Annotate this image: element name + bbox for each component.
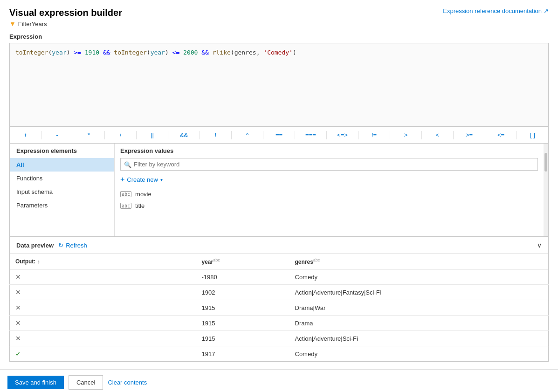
data-preview-header: Data preview ↻ Refresh ∨ — [9, 237, 549, 254]
cell-output-5: ✓ — [10, 346, 196, 362]
sidebar-item-parameters[interactable]: Parameters — [10, 199, 114, 212]
check-icon: ✓ — [15, 350, 21, 358]
refresh-button[interactable]: ↻ Refresh — [58, 242, 87, 249]
refresh-label: Refresh — [66, 242, 87, 249]
op-or[interactable]: || — [137, 130, 168, 140]
x-icon: ✕ — [15, 289, 21, 296]
sidebar-item-functions[interactable]: Functions — [10, 172, 114, 185]
table-header-row: Output: ↕ yearabc genresabc — [10, 254, 549, 269]
list-item-movie[interactable]: abc movie — [120, 188, 538, 200]
table-row: ✕1915Drama — [10, 316, 549, 331]
sidebar-item-input-schema[interactable]: Input schema — [10, 185, 114, 199]
sidebar-item-all[interactable]: All — [10, 158, 114, 172]
filter-input-wrap: 🔍 — [120, 158, 538, 171]
cell-genres-3: Drama — [289, 316, 549, 331]
output-label: Output: — [15, 258, 35, 265]
table-body: ✕-1980Comedy✕1902Action|Adventure|Fantas… — [10, 269, 549, 362]
expr-num-2: 2000 — [183, 49, 198, 56]
genres-type-badge: abc — [313, 258, 320, 262]
op-brackets[interactable]: [ ] — [517, 130, 548, 140]
x-icon: ✕ — [15, 273, 21, 281]
op-lte[interactable]: <= — [485, 130, 517, 140]
create-new-button[interactable]: + Create new ▾ — [120, 175, 163, 184]
op-neq[interactable]: != — [358, 130, 390, 140]
footer: Save and finish Cancel Clear contents — [0, 369, 558, 392]
op-and[interactable]: && — [168, 130, 200, 140]
refresh-icon: ↻ — [58, 242, 63, 249]
header-left: Visual expression builder ▼ FilterYears — [9, 7, 122, 28]
collapse-data-preview-button[interactable]: ∨ — [537, 241, 542, 249]
cell-year-2: 1915 — [196, 300, 289, 316]
expression-values-header: Expression values — [120, 147, 538, 154]
table-row: ✕1915Drama|War — [10, 300, 549, 316]
op-divide[interactable]: / — [105, 130, 136, 140]
op-multiply[interactable]: * — [73, 130, 104, 140]
output-sort-icon[interactable]: ↕ — [37, 259, 40, 264]
op-spaceship[interactable]: <=> — [327, 130, 358, 140]
year-label: year — [202, 259, 214, 265]
filter-keyword-input[interactable] — [120, 158, 538, 171]
expr-fn-3: rlike — [213, 49, 231, 56]
cell-output-0: ✕ — [10, 269, 196, 285]
filter-subtitle: ▼ FilterYears — [9, 20, 122, 28]
cell-year-0: -1980 — [196, 269, 289, 285]
data-preview-left: Data preview ↻ Refresh — [16, 242, 87, 249]
list-item-title[interactable]: abc title — [120, 200, 538, 212]
create-new-plus-icon: + — [120, 175, 124, 184]
op-gte[interactable]: >= — [454, 130, 485, 140]
cell-genres-5: Comedy — [289, 346, 549, 362]
cell-output-3: ✕ — [10, 316, 196, 331]
cell-output-2: ✕ — [10, 300, 196, 316]
x-icon: ✕ — [15, 319, 21, 327]
x-icon: ✕ — [15, 335, 21, 342]
search-icon: 🔍 — [124, 161, 131, 168]
filter-icon: ▼ — [9, 20, 16, 28]
expr-op-2: && — [103, 49, 110, 56]
op-strict-eq[interactable]: === — [295, 130, 326, 140]
op-eq[interactable]: == — [263, 130, 295, 140]
col-header-year: yearabc — [196, 254, 289, 269]
value-label-title: title — [135, 202, 145, 209]
page-title: Visual expression builder — [9, 7, 122, 18]
expr-fn-2: toInteger — [114, 49, 146, 56]
expr-num-1: 1910 — [85, 49, 99, 56]
page-header: Visual expression builder ▼ FilterYears … — [9, 7, 549, 28]
op-xor[interactable]: ^ — [232, 130, 263, 140]
col-header-genres: genresabc — [289, 254, 549, 269]
cell-year-4: 1915 — [196, 331, 289, 346]
data-preview-title: Data preview — [16, 242, 54, 249]
two-panel: Expression elements All Functions Input … — [9, 144, 549, 237]
ext-link-icon: ↗ — [544, 7, 549, 14]
op-not[interactable]: ! — [200, 130, 231, 140]
right-panel-scrollbar[interactable] — [544, 144, 548, 236]
expression-elements-header: Expression elements — [10, 144, 114, 158]
expression-section-label: Expression — [9, 33, 549, 40]
expr-kw-1: year — [52, 49, 66, 56]
op-plus[interactable]: + — [10, 130, 41, 140]
cell-year-1: 1902 — [196, 285, 289, 300]
table-row: ✕-1980Comedy — [10, 269, 549, 285]
cell-year-5: 1917 — [196, 346, 289, 362]
cell-genres-1: Action|Adventure|Fantasy|Sci-Fi — [289, 285, 549, 300]
expression-docs-link[interactable]: Expression reference documentation ↗ — [443, 7, 549, 14]
expr-fn-1: toInteger — [15, 49, 48, 56]
expr-op-4: && — [201, 49, 209, 56]
cancel-button[interactable]: Cancel — [69, 375, 103, 390]
subtitle-text: FilterYears — [18, 21, 47, 28]
expression-editor[interactable]: toInteger(year) >= 1910 && toInteger(yea… — [9, 43, 549, 127]
expression-code: toInteger(year) >= 1910 && toInteger(yea… — [15, 49, 296, 56]
save-and-finish-button[interactable]: Save and finish — [7, 376, 64, 389]
ext-link-label: Expression reference documentation — [443, 7, 542, 14]
data-preview-table: Output: ↕ yearabc genresabc ✕-1980Comedy… — [9, 254, 549, 362]
op-gt[interactable]: > — [390, 130, 421, 140]
op-minus[interactable]: - — [41, 130, 73, 140]
clear-contents-button[interactable]: Clear contents — [108, 379, 147, 386]
create-new-label: Create new — [127, 176, 158, 183]
expr-kw-2: year — [151, 49, 165, 56]
x-icon: ✕ — [15, 304, 21, 311]
op-lt[interactable]: < — [422, 130, 453, 140]
cell-genres-4: Action|Adventure|Sci-Fi — [289, 331, 549, 346]
col-header-output: Output: ↕ — [10, 254, 196, 269]
page-container: Visual expression builder ▼ FilterYears … — [0, 0, 558, 369]
expr-op-1: >= — [74, 49, 81, 56]
